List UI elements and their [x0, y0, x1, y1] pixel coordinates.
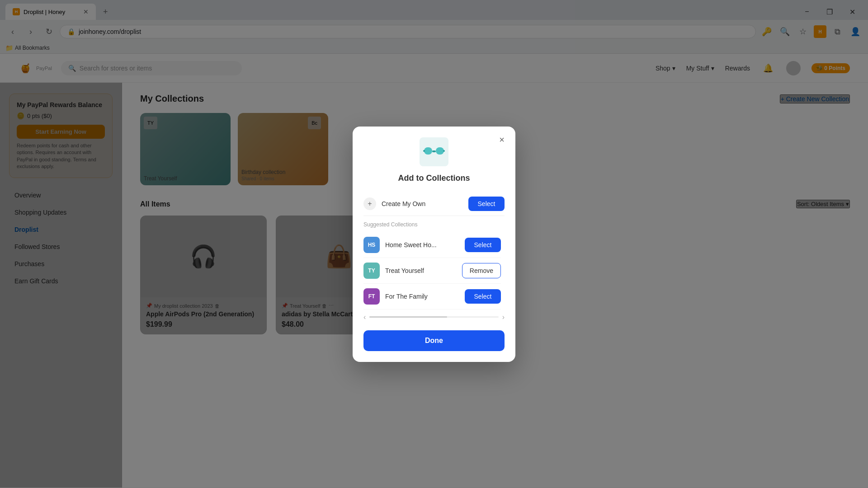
scroll-indicator [369, 316, 447, 318]
collections-scroll-area: HS Home Sweet Ho... Select TY Treat Your… [363, 232, 505, 310]
collection-avatar-ty: TY [363, 263, 380, 279]
product-thumbnail-icon [423, 143, 445, 161]
svg-rect-2 [424, 147, 432, 155]
ty-remove-btn[interactable]: Remove [462, 263, 501, 278]
collection-row-ty: TY Treat Yourself Remove [363, 258, 501, 284]
scroll-right-btn[interactable]: › [502, 313, 505, 321]
svg-rect-3 [436, 147, 444, 155]
modal-product-image [420, 137, 448, 166]
create-plus-icon[interactable]: + [363, 197, 376, 210]
collection-avatar-ft: FT [363, 288, 380, 305]
ft-select-btn[interactable]: Select [465, 289, 501, 304]
collection-name-ty: Treat Yourself [385, 267, 457, 274]
suggested-collections-label: Suggested Collections [363, 221, 505, 228]
modal-overlay[interactable]: × Add to Collections + Create My Own Sel… [0, 54, 868, 488]
svg-rect-5 [423, 150, 425, 152]
svg-rect-6 [443, 150, 445, 152]
done-btn[interactable]: Done [363, 330, 505, 351]
create-select-btn[interactable]: Select [468, 197, 505, 211]
modal-title: Add to Collections [363, 174, 505, 183]
collection-avatar-hs: HS [363, 237, 380, 253]
svg-rect-4 [432, 150, 436, 152]
page: 🍯 PayPal 🔍 Search for stores or items Sh… [0, 54, 868, 488]
collection-row-hs: HS Home Sweet Ho... Select [363, 232, 501, 258]
collection-row-ft: FT For The Family Select [363, 284, 501, 310]
modal-close-btn[interactable]: × [495, 134, 508, 146]
collection-name-hs: Home Sweet Ho... [385, 241, 459, 249]
collection-name-ft: For The Family [385, 293, 459, 300]
collection-rows: HS Home Sweet Ho... Select TY Treat Your… [363, 232, 501, 310]
scroll-left-btn[interactable]: ‹ [363, 313, 366, 321]
create-my-own-label: Create My Own [382, 200, 463, 207]
create-my-own-row: + Create My Own Select [363, 192, 505, 216]
hs-select-btn[interactable]: Select [465, 238, 501, 252]
add-to-collections-modal: × Add to Collections + Create My Own Sel… [353, 127, 515, 362]
